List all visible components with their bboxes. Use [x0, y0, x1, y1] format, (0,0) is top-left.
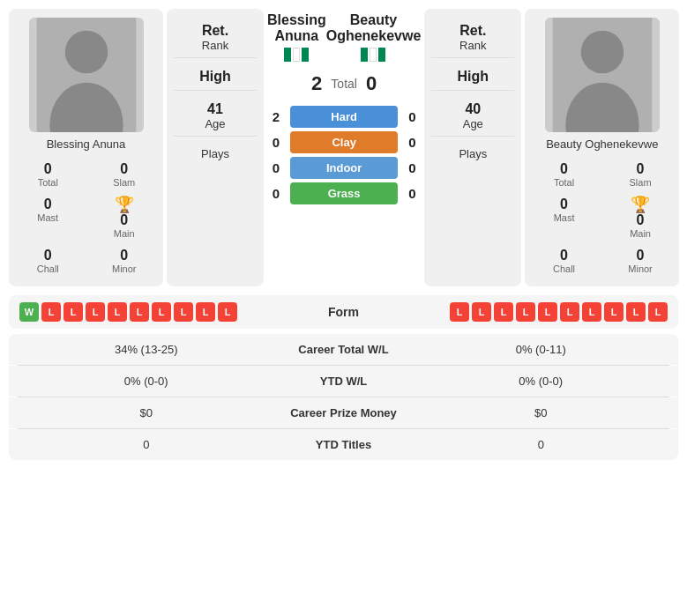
surface-row-indoor: 0 Indoor 0 [267, 157, 421, 179]
p1-form-badges: WLLLLLLLLL [19, 302, 300, 322]
player1-name: Blessing Anuna [47, 137, 126, 151]
stats-p1-value: 0% (0-0) [19, 375, 273, 388]
stats-p1-value: $0 [19, 406, 273, 419]
stats-row: $0 Career Prize Money $0 [9, 397, 678, 428]
player1-stats-grid: 0 Total 0 Slam 0 Mast 🏆 0 Main 0 [14, 158, 158, 278]
player1-slam-label: Slam [113, 177, 135, 188]
form-badge-p2: L [494, 302, 513, 322]
stats-center-label: Career Total W/L [273, 343, 414, 356]
surface-row-clay: 0 Clay 0 [267, 131, 421, 153]
player1-mast-value: 0 [44, 197, 52, 212]
form-badge-p2: L [516, 302, 535, 322]
p2-flag [326, 48, 422, 62]
player2-mast-value: 0 [560, 197, 568, 212]
player2-high-block: High [431, 63, 514, 91]
surface-p1-score: 0 [267, 186, 285, 201]
player2-main-label: Main [630, 228, 651, 239]
total-score-row: 2 Total 0 [267, 65, 421, 102]
stats-p2-value: 0% (0-11) [414, 343, 668, 356]
player1-trophy-cell: 🏆 0 Main [91, 193, 159, 242]
form-section: WLLLLLLLLL Form LLLLLLLLLL [9, 295, 678, 329]
player1-high-block: High [174, 63, 257, 91]
svg-point-1 [64, 31, 108, 74]
surface-p2-score: 0 [403, 135, 421, 150]
form-badge-p2: L [450, 302, 469, 322]
p1-total-score: 2 [311, 72, 322, 95]
trophy-icon-2: 🏆 [631, 197, 650, 212]
player2-plays-block: Plays [431, 142, 514, 166]
stats-center-label: YTD W/L [273, 375, 414, 388]
surface-p1-score: 0 [267, 135, 285, 150]
player1-chall-cell: 0 Chall [14, 244, 82, 278]
center-column: Blessing Anuna Beauty Oghenekevwe [267, 9, 421, 286]
player1-rank-sublabel: Rank [174, 39, 257, 52]
player2-rank-value: Ret. [431, 23, 514, 39]
player1-total-value: 0 [44, 161, 52, 177]
stats-p1-value: 34% (13-25) [19, 343, 273, 356]
surface-rows: 2 Hard 0 0 Clay 0 0 Indoor 0 0 Grass 0 [267, 106, 421, 204]
player2-chall-label: Chall [553, 263, 575, 274]
form-badge-p2: L [538, 302, 557, 322]
form-badge-p2: L [582, 302, 601, 322]
player2-high-value: High [431, 69, 514, 85]
player1-age-block: 41 Age [174, 96, 257, 137]
player1-minor-cell: 0 Minor [91, 244, 159, 278]
player1-total-cell: 0 Total [14, 158, 82, 191]
surface-p2-score: 0 [403, 160, 421, 175]
player2-name: Beauty Oghenekevwe [546, 137, 658, 151]
player1-chall-label: Chall [37, 263, 59, 274]
stats-table: 34% (13-25) Career Total W/L 0% (0-11) 0… [9, 334, 678, 460]
player2-rank-block: Ret. Rank [431, 18, 514, 58]
player2-rank-sublabel: Rank [431, 39, 514, 52]
player1-main-value: 0 [120, 212, 128, 228]
player2-main-value: 0 [637, 212, 645, 228]
surface-badge-hard: Hard [290, 106, 398, 128]
surface-badge-indoor: Indoor [290, 157, 398, 179]
player2-slam-cell: 0 Slam [607, 158, 675, 191]
form-label: Form [309, 305, 379, 319]
p1-flag [267, 48, 326, 62]
player1-age-value: 41 [174, 101, 257, 117]
stats-row: 0% (0-0) YTD W/L 0% (0-0) [9, 366, 678, 397]
stats-p1-value: 0 [19, 438, 273, 451]
player1-plays-block: Plays [174, 142, 257, 166]
player1-chall-value: 0 [44, 248, 52, 263]
player2-trophy-cell: 🏆 0 Main [607, 193, 675, 242]
player2-chall-value: 0 [560, 248, 568, 263]
stats-row: 34% (13-25) Career Total W/L 0% (0-11) [9, 334, 678, 365]
player2-slam-value: 0 [637, 161, 645, 177]
player2-stats-grid: 0 Total 0 Slam 0 Mast 🏆 0 Main 0 [530, 158, 674, 278]
player1-rank-value: Ret. [174, 23, 257, 39]
player2-total-label: Total [554, 177, 574, 188]
player2-minor-value: 0 [637, 248, 645, 263]
player2-age-block: 40 Age [431, 96, 514, 137]
player1-slam-cell: 0 Slam [91, 158, 159, 191]
player1-minor-label: Minor [112, 263, 137, 274]
player2-minor-label: Minor [628, 263, 653, 274]
player1-minor-value: 0 [120, 248, 128, 263]
player1-middle-panel: Ret. Rank High 41 Age Plays [167, 9, 264, 286]
surface-row-hard: 2 Hard 0 [267, 106, 421, 128]
stats-p2-value: 0% (0-0) [414, 375, 668, 388]
stats-center-label: Career Prize Money [273, 406, 414, 419]
player2-chall-cell: 0 Chall [530, 244, 598, 278]
player1-card: Blessing Anuna 0 Total 0 Slam 0 Mast 🏆 0 [9, 9, 163, 286]
player1-age-label: Age [174, 117, 257, 130]
player-comparison: Blessing Anuna 0 Total 0 Slam 0 Mast 🏆 0 [0, 0, 687, 286]
form-badge-p2: L [626, 302, 646, 322]
surface-p2-score: 0 [403, 109, 421, 124]
total-label: Total [331, 77, 357, 91]
form-badge-p1: L [86, 302, 105, 322]
form-badge-p1: L [152, 302, 171, 322]
player1-rank-block: Ret. Rank [174, 18, 257, 58]
form-badge-p1: L [196, 302, 215, 322]
p2-header-name: Beauty Oghenekevwe [326, 12, 422, 44]
p1-header-name: Blessing Anuna [267, 12, 326, 44]
player2-mast-label: Mast [554, 212, 575, 223]
stats-p2-value: $0 [414, 406, 668, 419]
p2-total-score: 0 [366, 72, 377, 95]
player2-age-label: Age [431, 117, 514, 130]
stats-center-label: YTD Titles [273, 438, 414, 451]
player1-mast-cell: 0 Mast [14, 193, 82, 242]
form-badge-p2: L [560, 302, 579, 322]
